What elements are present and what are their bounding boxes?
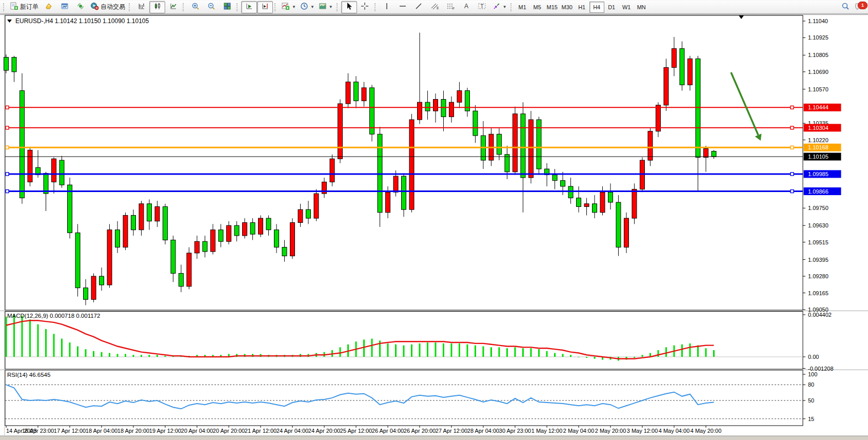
templates-icon (319, 2, 327, 12)
toolbar-grip (129, 3, 131, 11)
candlestick-chart-icon (153, 2, 162, 12)
trendline-icon (415, 2, 423, 12)
svg-text:19 Apr 12:00: 19 Apr 12:00 (149, 428, 181, 434)
crosshair-button[interactable] (357, 1, 373, 13)
svg-text:17 Apr 12:00: 17 Apr 12:00 (54, 428, 86, 434)
eurusd-h4-chart[interactable]: 1.110401.109251.108051.106901.105701.103… (0, 14, 868, 440)
svg-text:20 Apr 04:00: 20 Apr 04:00 (181, 428, 213, 434)
svg-text:1.10444: 1.10444 (808, 104, 828, 110)
svg-text:21 Apr 12:00: 21 Apr 12:00 (245, 428, 277, 434)
dropdown-arrow-icon: ▼ (292, 5, 296, 9)
timeframe-m5-button[interactable]: M5 (530, 2, 545, 13)
timeframe-mn-button[interactable]: MN (634, 2, 649, 13)
crosshair-icon (361, 2, 369, 12)
notifications-button[interactable]: 1 (853, 2, 866, 13)
chart-window[interactable]: 1.110401.109251.108051.106901.105701.103… (0, 14, 868, 440)
svg-text:24 Apr 04:00: 24 Apr 04:00 (277, 428, 308, 434)
svg-text:1.11040: 1.11040 (808, 18, 828, 24)
auto-scroll-button[interactable] (241, 1, 257, 13)
indicators-button[interactable]: ▼ (279, 1, 298, 13)
toolbar-grip (337, 3, 339, 11)
svg-text:1.09280: 1.09280 (808, 273, 828, 279)
svg-text:30 Apr 23:00: 30 Apr 23:00 (499, 428, 531, 434)
zoom-in-button[interactable] (187, 1, 203, 13)
periods-clock-icon (300, 2, 308, 12)
candlestick-chart-button[interactable] (149, 1, 165, 13)
fibonacci-icon: F (446, 2, 455, 12)
text-label-icon: T (478, 2, 487, 12)
auto-scroll-icon (245, 2, 253, 12)
timeframe-m1-button[interactable]: M1 (515, 2, 530, 13)
vertical-line-button[interactable] (379, 1, 395, 13)
svg-text:0.004402: 0.004402 (808, 312, 832, 318)
templates-button[interactable]: ▼ (317, 1, 335, 13)
new-order-icon (10, 2, 18, 12)
bar-chart-button[interactable] (133, 1, 149, 13)
svg-text:1.09630: 1.09630 (808, 222, 828, 228)
svg-text:1.10168: 1.10168 (808, 144, 828, 150)
toolbar-grip (510, 3, 513, 11)
chart-shift-icon (261, 2, 269, 12)
autotrading-button[interactable]: 自动交易 (88, 1, 127, 13)
timeframe-w1-button[interactable]: W1 (619, 2, 634, 13)
equidistant-channel-button[interactable]: E (427, 1, 443, 13)
svg-text:1.09395: 1.09395 (808, 257, 828, 263)
text-button[interactable]: A (459, 1, 475, 13)
search-icon (841, 2, 850, 12)
market-watch-icon (45, 2, 53, 12)
data-window-icon (61, 2, 69, 12)
new-order-button[interactable]: 新订单 (8, 1, 41, 13)
timeframe-h1-button[interactable]: H1 (575, 2, 589, 13)
svg-text:1.09866: 1.09866 (808, 188, 828, 195)
toolbar-grip (274, 3, 277, 11)
svg-text:100: 100 (808, 371, 817, 377)
svg-text:1.09750: 1.09750 (808, 205, 828, 211)
data-window-button[interactable] (56, 1, 72, 13)
zoom-out-button[interactable] (203, 1, 219, 13)
svg-text:3 May 12:00: 3 May 12:00 (627, 428, 658, 434)
svg-text:1.09165: 1.09165 (808, 290, 828, 296)
timeframe-m15-button[interactable]: M15 (545, 2, 560, 13)
search-button[interactable] (837, 1, 853, 13)
mt4-window: 新订单 自动交易 (0, 0, 868, 440)
bar-chart-icon (137, 2, 146, 12)
trendline-button[interactable] (411, 1, 427, 13)
line-chart-button[interactable] (165, 1, 181, 13)
svg-text:1.10304: 1.10304 (808, 125, 828, 131)
toolbar-grip (374, 3, 377, 11)
text-icon: A (463, 2, 470, 12)
svg-text:1.09985: 1.09985 (808, 171, 828, 177)
svg-text:1.10805: 1.10805 (808, 52, 828, 58)
svg-text:F: F (452, 7, 455, 10)
svg-text:50: 50 (808, 397, 814, 404)
horizontal-line-button[interactable] (395, 1, 411, 13)
text-label-button[interactable]: T (475, 1, 490, 13)
svg-text:T: T (481, 4, 484, 9)
market-watch-button[interactable] (41, 1, 56, 13)
svg-text:EURUSD-,H4 1.10142 1.10150 1.: EURUSD-,H4 1.10142 1.10150 1.10090 1.101… (15, 17, 149, 25)
arrows-button[interactable]: ▼ (490, 1, 509, 13)
indicators-icon (281, 2, 290, 12)
equidistant-channel-icon: E (430, 2, 439, 12)
navigator-button[interactable] (72, 1, 88, 13)
timeframe-d1-button[interactable]: D1 (604, 2, 619, 13)
svg-text:28 Apr 04:00: 28 Apr 04:00 (467, 428, 499, 434)
horizontal-line-icon (399, 2, 407, 12)
autotrading-icon (90, 2, 99, 12)
fibonacci-button[interactable]: F (443, 1, 459, 13)
cursor-button[interactable] (341, 1, 357, 13)
cursor-icon (345, 2, 352, 12)
tile-windows-button[interactable] (219, 1, 235, 13)
svg-text:16 Apr 23:00: 16 Apr 23:00 (22, 428, 54, 434)
toolbar-grip (183, 3, 185, 11)
chart-shift-button[interactable] (257, 1, 273, 13)
svg-text:1.10105: 1.10105 (808, 154, 828, 160)
dropdown-arrow-icon: ▼ (503, 5, 507, 9)
periods-button[interactable]: ▼ (298, 1, 317, 13)
svg-text:RSI(14) 46.6545: RSI(14) 46.6545 (7, 372, 50, 378)
svg-text:2 May 04:00: 2 May 04:00 (563, 428, 595, 434)
timeframe-h4-button[interactable]: H4 (589, 2, 604, 13)
notification-badge: 1 (858, 2, 867, 9)
timeframe-m30-button[interactable]: M30 (560, 2, 575, 13)
zoom-in-icon (191, 2, 200, 12)
